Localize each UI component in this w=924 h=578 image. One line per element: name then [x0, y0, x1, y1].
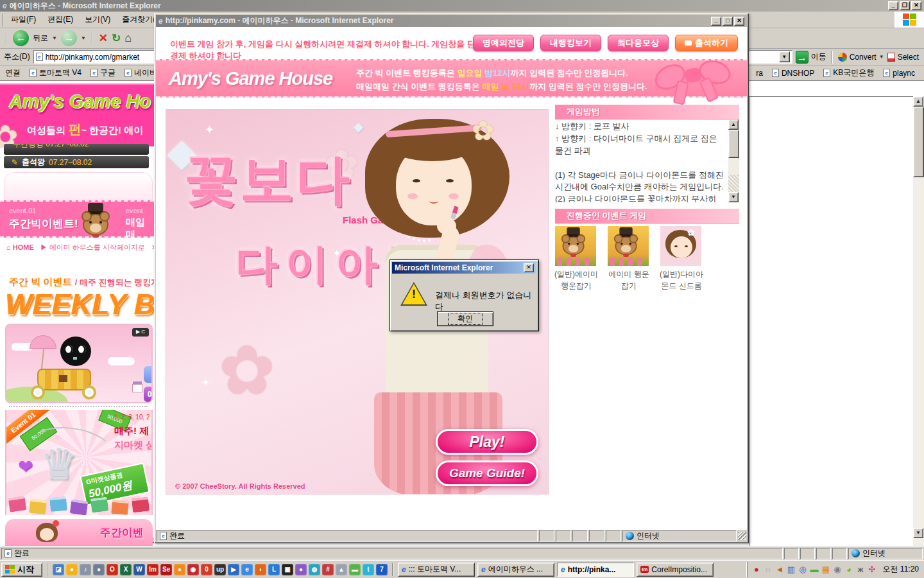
tray-icon[interactable]: ▥	[786, 564, 797, 575]
nav-home[interactable]: ⌂ HOME	[6, 243, 34, 251]
quicklaunch-icon[interactable]: W	[133, 564, 145, 575]
menu-file[interactable]: 파일(F)	[5, 13, 42, 26]
quicklaunch-icon[interactable]: t	[363, 564, 374, 575]
taskbar-window-tomatomac[interactable]: e::: 토마토맥 V...	[398, 563, 475, 577]
hall-of-fame-button[interactable]: 명예의전당	[473, 35, 534, 51]
refresh-button[interactable]: ↻	[112, 31, 121, 45]
play-button[interactable]: Play!	[436, 429, 538, 455]
select-button[interactable]: Select	[887, 53, 919, 62]
tray-icon[interactable]: ◎	[798, 564, 809, 575]
event-banner[interactable]: event.01 주간빅이벤트! event. 매일매	[0, 200, 154, 238]
prize-card[interactable]: Event 01 50,000 50,000 ♛ ❤ G마켓상품권 50,000…	[5, 410, 153, 515]
tray-icon[interactable]: ж	[855, 564, 866, 575]
taskbar-window-pinkamy[interactable]: ehttp://pinka...	[557, 563, 634, 577]
close-button[interactable]: ✕	[911, 1, 921, 10]
weekly-game-card[interactable]: ▶ C 0	[5, 324, 153, 403]
quicklaunch-icon[interactable]: ●	[66, 564, 78, 575]
scroll-up-icon[interactable]: ▲	[913, 96, 923, 107]
quicklaunch-icon[interactable]: #	[322, 564, 334, 575]
quicklaunch-icon[interactable]: ●	[295, 564, 307, 575]
quicklaunch-icon[interactable]: e	[241, 564, 253, 575]
forward-button[interactable]: →	[61, 30, 77, 46]
event-game-thumb-1[interactable]	[555, 226, 596, 266]
popup-titlebar[interactable]: e http://pinkamy.com - 에이미하우스 - Microsof…	[156, 15, 747, 27]
quicklaunch-icon[interactable]: ♪	[80, 564, 91, 575]
convert-button[interactable]: Convert ▼	[838, 53, 884, 62]
resize-grip[interactable]	[738, 532, 746, 540]
main-scrollbar[interactable]: ▲ ▼	[913, 96, 924, 546]
quicklaunch-icon[interactable]: ◍	[309, 564, 320, 575]
back-dropdown-icon[interactable]: ▼	[52, 35, 57, 41]
tray-icon[interactable]: ▦	[821, 564, 832, 575]
quicklaunch-icon[interactable]: O	[107, 564, 118, 575]
tray-icon[interactable]: ◉	[832, 564, 843, 575]
game-guide-button[interactable]: Game Guide!	[436, 460, 538, 486]
main-titlebar[interactable]: e 에이미하우스 - Microsoft Internet Explorer _…	[0, 0, 924, 12]
back-button[interactable]: ←	[13, 30, 29, 46]
quicklaunch-icon[interactable]: ▲	[336, 564, 347, 575]
taskbar-window-corel[interactable]: ImCorelImpositio...	[637, 563, 714, 577]
alert-titlebar[interactable]: Microsoft Internet Explorer ✕	[392, 262, 536, 274]
quicklaunch-icon[interactable]: L	[268, 564, 280, 575]
minimize-button[interactable]: _	[888, 1, 898, 10]
quicklaunch-icon[interactable]: ▬	[349, 564, 361, 575]
quicklaunch-icon[interactable]: ◉	[187, 564, 199, 575]
nav-startpage[interactable]: ▶ 에이미 하우스를 시작페이지로	[40, 243, 145, 252]
tray-icon[interactable]: ◌	[763, 564, 774, 575]
forward-dropdown-icon[interactable]: ▼	[81, 35, 86, 41]
stop-button[interactable]: ✕	[99, 31, 108, 45]
event-game-thumb-2[interactable]	[608, 226, 649, 266]
minimize-button[interactable]: _	[711, 17, 721, 26]
go-button[interactable]: → 이동	[796, 51, 826, 64]
taskbar-window-amyhouse[interactable]: e에이미하우스 ...	[477, 563, 554, 577]
scroll-thumb[interactable]	[913, 107, 924, 177]
quicklaunch-icon[interactable]: ▶	[228, 564, 239, 575]
tray-icon[interactable]: ▬	[809, 564, 820, 575]
link-tomatomac[interactable]: e토마토맥 V4	[30, 67, 81, 78]
restore-button[interactable]: ❐	[900, 1, 910, 10]
play-badge[interactable]: ▶ C	[132, 328, 149, 337]
quicklaunch-icon[interactable]: Im	[147, 564, 158, 575]
side-button-purple[interactable]: 0	[144, 387, 153, 402]
scroll-down-icon[interactable]: ▼	[728, 192, 739, 202]
link-kb-bank[interactable]: eKB국민은행	[823, 67, 874, 78]
tray-icon[interactable]: ◄	[774, 564, 785, 575]
quicklaunch-icon[interactable]: X	[120, 564, 132, 575]
quicklaunch-icon[interactable]: ▣	[282, 564, 293, 575]
ok-button[interactable]: 확인	[437, 311, 493, 326]
link-partial[interactable]: ra	[756, 69, 763, 78]
taskbar-clock[interactable]: 오전 11:20	[879, 564, 919, 575]
close-button[interactable]: ✕	[734, 17, 744, 26]
back-label[interactable]: 뒤로	[33, 33, 48, 44]
menu-view[interactable]: 보기(V)	[79, 13, 116, 26]
start-button[interactable]: 시작	[1, 563, 42, 577]
link-plaync[interactable]: eplaync	[883, 69, 915, 78]
close-icon[interactable]: ✕	[524, 263, 534, 272]
quicklaunch-icon[interactable]: ◗	[255, 564, 266, 575]
scroll-thumb[interactable]	[728, 130, 739, 158]
home-button[interactable]: ⌂	[124, 31, 132, 45]
quicklaunch-icon[interactable]: 7	[376, 564, 388, 575]
most-entries-button[interactable]: 최다응모상	[608, 35, 669, 51]
attendance-button[interactable]: 출석하기	[675, 35, 738, 51]
site-header[interactable]: Amy's Game Ho 여성들의 펀~ 한공간! 에이 ✿	[0, 83, 154, 146]
thumb-caption-3[interactable]: (일반)다이아몬드 신드롬	[654, 268, 709, 292]
thumb-caption-1[interactable]: (일반)에이미행운잡기	[549, 268, 604, 292]
event-game-thumb-3[interactable]: ✿	[660, 226, 701, 266]
link-dnshop[interactable]: eDNSHOP	[772, 69, 814, 78]
my-ranking-button[interactable]: 내랭킹보기	[540, 35, 601, 51]
bottom-banner[interactable]: 주간이벤	[5, 519, 153, 546]
tray-icon[interactable]: ◕	[844, 564, 855, 575]
quicklaunch-icon[interactable]: 0	[201, 564, 212, 575]
address-dropdown-icon[interactable]: ▼	[779, 51, 790, 62]
thumb-caption-2[interactable]: 에이미 행운잡기	[601, 268, 656, 292]
link-naver[interactable]: e네이버	[124, 67, 157, 78]
scroll-up-icon[interactable]: ▲	[728, 119, 739, 130]
tray-icon[interactable]: ✣	[867, 564, 878, 575]
quicklaunch-icon[interactable]: up	[214, 564, 226, 575]
howto-scrollbar[interactable]: ▲ ▼	[728, 119, 739, 202]
quicklaunch-icon[interactable]: ●	[174, 564, 185, 575]
maximize-button[interactable]: □	[723, 17, 733, 26]
quicklaunch-icon[interactable]: ●	[93, 564, 105, 575]
menu-edit[interactable]: 편집(E)	[42, 13, 79, 26]
